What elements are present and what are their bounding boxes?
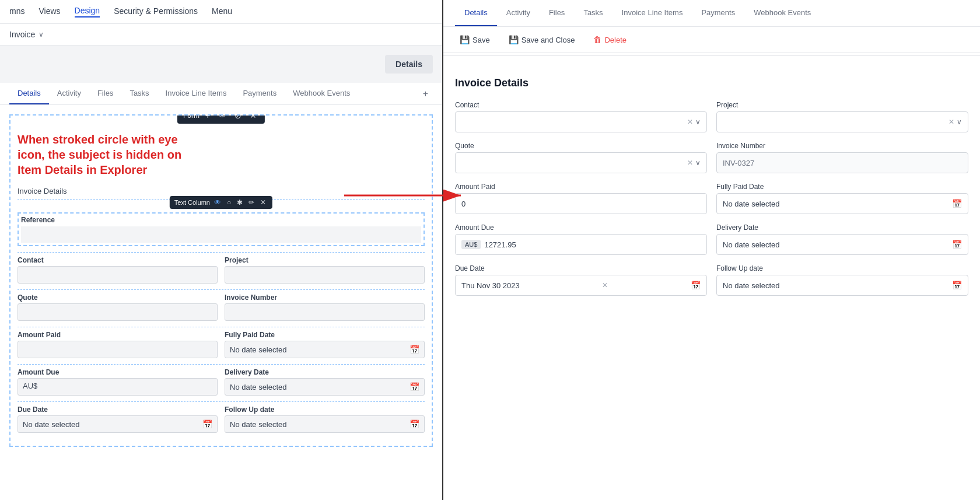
delivery-calendar-icon[interactable]: 📅	[410, 382, 419, 391]
amount-due-input[interactable]: AU$	[18, 378, 218, 396]
right-project-input[interactable]: ✕ ∨	[716, 111, 968, 132]
right-due-date-group: Due Date Thu Nov 30 2023 ✕ 📅	[455, 264, 707, 296]
project-clear-icon[interactable]: ✕	[949, 118, 954, 126]
due-date-clear-icon[interactable]: ✕	[602, 281, 608, 289]
follow-up-label: Follow Up date	[225, 405, 425, 414]
delete-icon: 🗑	[593, 35, 601, 44]
breadcrumb-chevron[interactable]: ∨	[38, 30, 44, 39]
contact-input[interactable]	[18, 266, 218, 284]
form-block-btn[interactable]: ⊘	[232, 114, 244, 121]
tab-invoice-line-items[interactable]: Invoice Line Items	[158, 83, 235, 104]
nav-mns[interactable]: mns	[9, 6, 24, 17]
amount-paid-label: Amount Paid	[18, 331, 218, 339]
breadcrumb: Invoice ∨	[0, 24, 442, 46]
due-date-label: Due Date	[18, 405, 218, 414]
right-due-date-input[interactable]: Thu Nov 30 2023 ✕ 📅	[455, 275, 707, 296]
right-tab-tasks[interactable]: Tasks	[574, 0, 612, 26]
right-delivery-date-group: Delivery Date No date selected 📅	[716, 223, 968, 255]
contact-label: Contact	[18, 256, 218, 264]
amount-paid-input[interactable]	[18, 341, 218, 358]
quote-chevron-icon[interactable]: ∨	[695, 159, 701, 167]
right-amount-due-currency: AU$	[461, 240, 481, 249]
tab-details[interactable]: Details	[9, 83, 49, 104]
right-invoice-number-input: INV-0327	[716, 152, 968, 173]
nav-menu[interactable]: Menu	[212, 6, 232, 17]
right-amount-due-input[interactable]: AU$ 12721.95	[455, 234, 707, 255]
tab-activity[interactable]: Activity	[49, 83, 89, 104]
right-contact-project-row: Contact ✕ ∨ Project ✕ ∨	[455, 101, 968, 132]
right-follow-up-calendar-icon[interactable]: 📅	[952, 281, 962, 290]
nav-views[interactable]: Views	[38, 6, 60, 17]
right-contact-input[interactable]: ✕ ∨	[455, 111, 707, 132]
right-delivery-calendar-icon[interactable]: 📅	[952, 240, 962, 249]
save-button[interactable]: 💾 Save	[455, 33, 495, 47]
ref-eye-btn[interactable]: 👁	[212, 198, 223, 207]
nav-security[interactable]: Security & Permissions	[114, 6, 198, 17]
right-tab-activity[interactable]: Activity	[497, 0, 540, 26]
delete-label: Delete	[604, 36, 626, 44]
ref-close-btn[interactable]: ✕	[258, 198, 268, 207]
follow-up-input[interactable]: No date selected 📅	[225, 415, 425, 433]
ref-toolbar: Text Column 👁 ○ ✱ ✏ ✕	[170, 196, 272, 209]
fully-paid-date-field-group: Fully Paid Date No date selected 📅	[225, 331, 425, 358]
right-tab-invoice-line-items[interactable]: Invoice Line Items	[612, 0, 692, 26]
right-invoice-number-group: Invoice Number INV-0327	[716, 142, 968, 173]
right-panel: Details Activity Files Tasks Invoice Lin…	[443, 0, 980, 500]
right-due-date-label: Due Date	[455, 264, 707, 272]
right-amount-paid-input[interactable]: 0	[455, 193, 707, 214]
contact-field-group: Contact	[18, 256, 218, 284]
delivery-date-input[interactable]: No date selected 📅	[225, 378, 425, 396]
add-tab-button[interactable]: +	[418, 84, 433, 104]
left-tabs-bar: Details Activity Files Tasks Invoice Lin…	[0, 83, 442, 105]
ref-edit-btn[interactable]: ✏	[247, 198, 256, 207]
quote-label: Quote	[18, 293, 218, 302]
left-panel: mns Views Design Security & Permissions …	[0, 0, 443, 500]
project-field-group: Project	[225, 256, 425, 284]
project-input[interactable]	[225, 266, 425, 284]
follow-up-calendar-icon[interactable]: 📅	[410, 419, 419, 429]
tab-files[interactable]: Files	[89, 83, 121, 104]
ref-circle-btn[interactable]: ○	[225, 198, 233, 207]
save-close-label: Save and Close	[522, 36, 575, 44]
project-chevron-icon[interactable]: ∨	[957, 118, 962, 126]
right-tab-files[interactable]: Files	[540, 0, 574, 26]
right-due-date-calendar-icon[interactable]: 📅	[691, 281, 701, 290]
right-tab-details[interactable]: Details	[455, 0, 497, 26]
ref-star-btn[interactable]: ✱	[235, 198, 244, 207]
reference-input[interactable]	[21, 226, 421, 243]
contact-clear-icon[interactable]: ✕	[687, 118, 693, 126]
breadcrumb-label[interactable]: Invoice	[9, 30, 35, 39]
save-close-button[interactable]: 💾 Save and Close	[504, 33, 580, 47]
tab-payments[interactable]: Payments	[235, 83, 285, 104]
quote-input[interactable]	[18, 303, 218, 321]
tab-tasks[interactable]: Tasks	[121, 83, 157, 104]
details-button[interactable]: Details	[385, 55, 433, 74]
right-tab-payments[interactable]: Payments	[692, 0, 744, 26]
tab-webhook-events[interactable]: Webhook Events	[285, 83, 358, 104]
right-fully-paid-calendar-icon[interactable]: 📅	[952, 199, 962, 208]
form-close-btn[interactable]: ✕	[247, 114, 259, 121]
quote-clear-icon[interactable]: ✕	[687, 159, 693, 167]
form-container: Form + 👁 ⊘ ✕ When stroked circle with ey…	[9, 114, 433, 447]
invoice-number-input[interactable]	[225, 303, 425, 321]
right-contact-group: Contact ✕ ∨	[455, 101, 707, 132]
right-fully-paid-input[interactable]: No date selected 📅	[716, 193, 968, 214]
fully-paid-date-input[interactable]: No date selected 📅	[225, 341, 425, 358]
right-quote-label: Quote	[455, 142, 707, 150]
right-quote-input[interactable]: ✕ ∨	[455, 152, 707, 173]
right-tab-webhook-events[interactable]: Webhook Events	[744, 0, 820, 26]
fully-paid-calendar-icon[interactable]: 📅	[410, 345, 419, 354]
delete-button[interactable]: 🗑 Delete	[589, 33, 631, 47]
due-date-input[interactable]: No date selected 📅	[18, 415, 218, 433]
amount-due-row: Amount Due AU$ Delivery Date No date sel…	[18, 368, 425, 396]
right-delivery-date-input[interactable]: No date selected 📅	[716, 234, 968, 255]
right-follow-up-input[interactable]: No date selected 📅	[716, 275, 968, 296]
due-date-calendar-icon[interactable]: 📅	[202, 419, 212, 429]
form-eye-btn[interactable]: 👁	[216, 114, 229, 121]
contact-chevron-icon[interactable]: ∨	[695, 118, 701, 126]
form-add-btn[interactable]: +	[203, 114, 212, 121]
right-amount-due-group: Amount Due AU$ 12721.95	[455, 223, 707, 255]
right-section-title: Invoice Details	[455, 77, 968, 89]
nav-design[interactable]: Design	[75, 6, 100, 18]
delivery-date-field-group: Delivery Date No date selected 📅	[225, 368, 425, 396]
